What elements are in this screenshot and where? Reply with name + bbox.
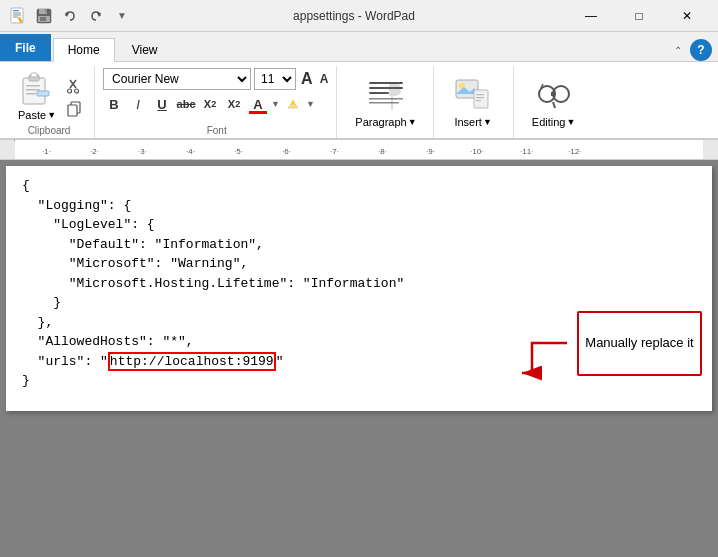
font-size-dropdown[interactable]: 11 xyxy=(254,68,296,90)
svg-text:·4·: ·4· xyxy=(186,147,195,156)
svg-rect-8 xyxy=(45,9,47,13)
help-button[interactable]: ? xyxy=(690,39,712,61)
annotation-text: Manually replace it xyxy=(585,334,693,352)
font-family-dropdown[interactable]: Courier New xyxy=(103,68,251,90)
document-page[interactable]: { "Logging": { "LogLevel": { "Default": … xyxy=(6,166,712,411)
svg-text:·12·: ·12· xyxy=(568,147,581,156)
ribbon-tab-bar: File Home View ⌃ ? xyxy=(0,32,718,62)
insert-section: Insert ▼ xyxy=(434,66,514,138)
customize-icon[interactable]: ▼ xyxy=(112,6,132,26)
titlebar: ▼ appsettings - WordPad — □ ✕ xyxy=(0,0,718,32)
svg-rect-4 xyxy=(13,16,18,17)
svg-rect-39 xyxy=(551,92,555,96)
svg-point-23 xyxy=(75,89,79,93)
editing-section: Editing ▼ xyxy=(514,66,594,138)
svg-text:·1·: ·1· xyxy=(42,147,51,156)
cut-button[interactable] xyxy=(64,75,86,97)
paragraph-section: Paragraph ▼ xyxy=(339,66,433,138)
app-icon xyxy=(8,6,28,26)
svg-rect-3 xyxy=(13,14,21,15)
svg-text:·11·: ·11· xyxy=(520,147,533,156)
svg-rect-10 xyxy=(40,17,46,21)
paragraph-button[interactable]: Paragraph ▼ xyxy=(347,72,424,132)
svg-rect-16 xyxy=(26,85,40,87)
svg-text:·10·: ·10· xyxy=(470,147,483,156)
ruler: ·1· ·2· ·3· ·4· ·5· ·6· ·7· ·8· ·9· ·10·… xyxy=(0,140,718,160)
svg-text:·8·: ·8· xyxy=(378,147,387,156)
insert-button[interactable]: Insert ▼ xyxy=(444,72,502,132)
paste-button[interactable]: Paste ▼ xyxy=(12,69,62,123)
font-section: Courier New 11 A A B I U abc X2 X2 A xyxy=(97,66,337,138)
font-label: Font xyxy=(207,125,227,136)
italic-button[interactable]: I xyxy=(127,93,149,115)
close-button[interactable]: ✕ xyxy=(664,0,710,32)
ribbon-expand-icon[interactable]: ⌃ xyxy=(674,45,682,56)
paragraph-dropdown-icon[interactable]: ▼ xyxy=(408,117,417,127)
font-color-dropdown-icon[interactable]: ▼ xyxy=(271,99,280,109)
highlight-dropdown-icon[interactable]: ▼ xyxy=(306,99,315,109)
svg-rect-17 xyxy=(26,89,40,91)
save-icon[interactable] xyxy=(34,6,54,26)
clipboard-label: Clipboard xyxy=(28,125,71,136)
undo-icon[interactable] xyxy=(60,6,80,26)
maximize-button[interactable]: □ xyxy=(616,0,662,32)
paragraph-label: Paragraph xyxy=(355,116,406,128)
svg-rect-2 xyxy=(13,12,21,13)
svg-rect-33 xyxy=(474,90,488,108)
annotation-area: Manually replace it xyxy=(512,301,702,391)
svg-text:·7·: ·7· xyxy=(330,147,339,156)
svg-rect-29 xyxy=(369,98,403,100)
clipboard-section: Paste ▼ xyxy=(4,66,95,138)
tab-home[interactable]: Home xyxy=(53,38,115,62)
url-value: http://localhost:9199 xyxy=(108,352,276,371)
superscript-button[interactable]: X2 xyxy=(223,93,245,115)
highlight-button[interactable] xyxy=(282,93,304,115)
subscript-button[interactable]: X2 xyxy=(199,93,221,115)
svg-text:·3·: ·3· xyxy=(138,147,147,156)
svg-rect-36 xyxy=(476,100,481,101)
svg-line-40 xyxy=(553,102,555,108)
svg-rect-25 xyxy=(68,105,77,116)
svg-rect-42 xyxy=(15,140,703,160)
paste-dropdown-icon[interactable]: ▼ xyxy=(47,110,56,120)
ribbon: Paste ▼ xyxy=(0,62,718,140)
tab-file[interactable]: File xyxy=(0,34,51,61)
svg-rect-34 xyxy=(476,94,484,95)
minimize-button[interactable]: — xyxy=(568,0,614,32)
svg-text:·2·: ·2· xyxy=(90,147,99,156)
right-sections: Paragraph ▼ xyxy=(339,66,714,138)
svg-text:·9·: ·9· xyxy=(426,147,435,156)
tab-view[interactable]: View xyxy=(117,38,173,61)
svg-text:·6·: ·6· xyxy=(282,147,291,156)
svg-rect-19 xyxy=(37,91,49,96)
window-title: appsettings - WordPad xyxy=(140,9,568,23)
editing-dropdown-icon[interactable]: ▼ xyxy=(566,117,575,127)
bold-button[interactable]: B xyxy=(103,93,125,115)
ribbon-help-area: ⌃ ? xyxy=(674,39,718,61)
annotation-box: Manually replace it xyxy=(577,311,702,376)
svg-point-22 xyxy=(68,89,72,93)
svg-rect-18 xyxy=(26,93,36,95)
editing-label: Editing xyxy=(532,116,566,128)
paste-label: Paste xyxy=(18,109,46,121)
redo-icon[interactable] xyxy=(86,6,106,26)
font-grow-button[interactable]: A xyxy=(299,70,315,88)
quick-access-toolbar: ▼ xyxy=(8,6,132,26)
font-shrink-button[interactable]: A xyxy=(318,72,331,86)
font-color-button[interactable]: A xyxy=(247,93,269,115)
copy-button[interactable] xyxy=(64,98,86,120)
document-area: { "Logging": { "LogLevel": { "Default": … xyxy=(0,160,718,557)
svg-rect-35 xyxy=(476,97,484,98)
window-controls: — □ ✕ xyxy=(568,0,710,32)
svg-text:·5·: ·5· xyxy=(234,147,243,156)
strikethrough-button[interactable]: abc xyxy=(175,93,197,115)
svg-rect-1 xyxy=(13,10,19,11)
insert-label: Insert xyxy=(454,116,482,128)
underline-button[interactable]: U xyxy=(151,93,173,115)
svg-rect-28 xyxy=(369,92,389,94)
svg-rect-15 xyxy=(31,73,37,77)
editing-button[interactable]: Editing ▼ xyxy=(524,72,584,132)
insert-dropdown-icon[interactable]: ▼ xyxy=(483,117,492,127)
svg-rect-30 xyxy=(369,102,399,104)
